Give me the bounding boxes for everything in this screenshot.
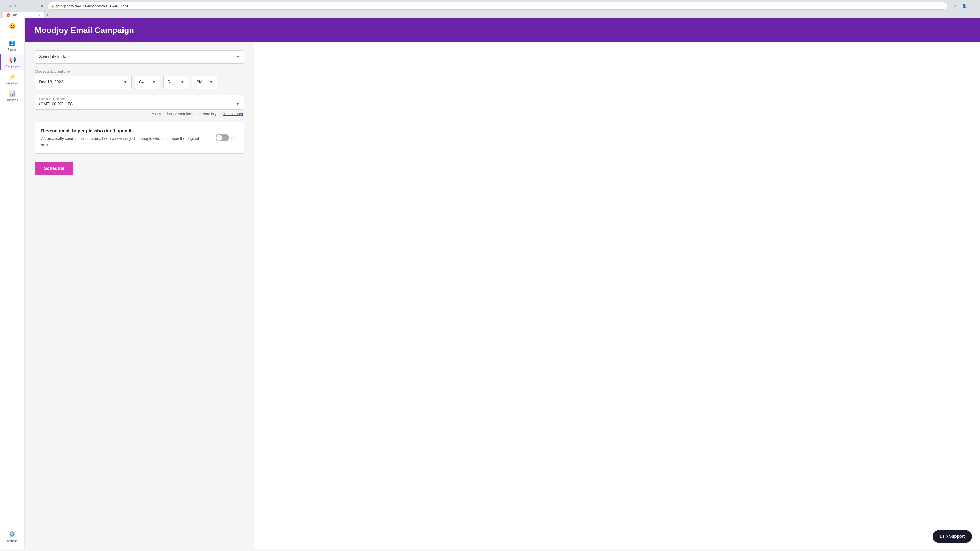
datetime-row: Dec 13, 2023 ▼ 04 ▼ 51 ▼ PM ▼: [35, 76, 244, 89]
sidebar: 😊 👥 People 📢 Campaigns ⚡ Workflows 📊 Ana…: [0, 18, 24, 549]
address-bar[interactable]: 🔒 getdrip.com/7641396/broadcasts/3186746…: [48, 2, 947, 10]
active-tab[interactable]: 🔥 Drip ✕: [3, 12, 44, 18]
people-icon: 👥: [8, 39, 16, 47]
minute-value: 51: [168, 80, 172, 84]
resend-content: Resend email to people who don't open it…: [41, 128, 199, 147]
minute-picker-chevron: ▼: [180, 80, 185, 84]
drip-support-button[interactable]: Drip Support: [932, 530, 972, 543]
schedule-dropdown[interactable]: Schedule for later ▼: [35, 50, 244, 64]
sidebar-item-workflows-label: Workflows: [6, 82, 19, 85]
schedule-button[interactable]: Schedule: [35, 162, 73, 175]
profile-button[interactable]: 👤: [961, 2, 968, 10]
hour-value: 04: [139, 80, 144, 84]
resend-title: Resend email to people who don't open it: [41, 128, 199, 134]
hour-picker-chevron: ▼: [152, 80, 156, 84]
drip-logo-icon: 😊: [7, 21, 18, 32]
analytics-icon: 📊: [8, 90, 16, 97]
schedule-dropdown-chevron: ▼: [236, 55, 240, 59]
timezone-chevron: ▼: [235, 102, 240, 106]
resend-card: Resend email to people who don't open it…: [35, 122, 244, 154]
sidebar-bottom: ⚙️ Settings: [0, 528, 24, 549]
tab-favicon: 🔥: [6, 13, 10, 17]
toggle-container: OFF: [216, 134, 238, 141]
browser-actions: ☆ 👤 ⋮: [951, 2, 977, 10]
ampm-value: PM: [196, 80, 202, 84]
timezone-value: (GMT+00:00) UTC: [39, 102, 73, 106]
sidebar-item-analytics[interactable]: 📊 Analytics: [0, 87, 24, 104]
sidebar-item-settings[interactable]: ⚙️ Settings: [0, 528, 24, 545]
timezone-container: Choose a time zone (GMT+00:00) UTC ▼: [35, 95, 244, 110]
page-header: Moodjoy Email Campaign: [24, 18, 980, 42]
svg-text:😊: 😊: [9, 23, 16, 30]
user-settings-link[interactable]: user settings: [223, 112, 243, 116]
resend-description: Automatically send a duplicate email wit…: [41, 136, 199, 147]
browser-chrome: – □ ✕ ← → ↻ 🔒 getdrip.com/7641396/broadc…: [0, 0, 980, 18]
timezone-section: Choose a time zone (GMT+00:00) UTC ▼ You…: [35, 95, 244, 116]
bookmark-button[interactable]: ☆: [951, 2, 959, 10]
maximize-button[interactable]: □: [8, 4, 12, 8]
datetime-section-label: Choose a date and time: [35, 70, 244, 73]
minute-picker[interactable]: 51 ▼: [163, 76, 189, 89]
timezone-label: Choose a time zone: [35, 95, 244, 101]
sidebar-item-workflows[interactable]: ⚡ Workflows: [0, 70, 24, 87]
tab-title: Drip: [12, 13, 18, 17]
sidebar-logo: 😊: [6, 21, 18, 33]
tab-close-button[interactable]: ✕: [38, 14, 40, 17]
schedule-dropdown-value: Schedule for later: [39, 55, 71, 59]
minimize-button[interactable]: –: [3, 4, 6, 8]
ampm-picker-chevron: ▼: [209, 80, 213, 84]
timezone-note-end: .: [243, 112, 244, 116]
date-picker[interactable]: Dec 13, 2023 ▼: [35, 76, 132, 89]
settings-icon: ⚙️: [8, 530, 16, 538]
timezone-dropdown[interactable]: (GMT+00:00) UTC ▼: [35, 101, 244, 110]
close-button[interactable]: ✕: [13, 4, 17, 8]
sidebar-item-people[interactable]: 👥 People: [0, 37, 24, 54]
sidebar-item-settings-label: Settings: [7, 539, 18, 542]
extensions-button[interactable]: ⋮: [970, 2, 977, 10]
sidebar-item-campaigns[interactable]: 📢 Campaigns: [0, 54, 24, 70]
refresh-button[interactable]: ↻: [38, 2, 45, 10]
ampm-picker[interactable]: PM ▼: [192, 76, 218, 89]
main-content: Moodjoy Email Campaign Schedule for late…: [24, 18, 980, 549]
workflows-icon: ⚡: [8, 73, 16, 81]
date-value: Dec 13, 2023: [39, 80, 63, 84]
url-text: getdrip.com/7641396/broadcasts/318674615…: [56, 4, 128, 8]
toggle-label: OFF: [231, 136, 238, 140]
back-button[interactable]: ←: [20, 2, 27, 10]
page-title: Moodjoy Email Campaign: [35, 25, 970, 35]
sidebar-item-people-label: People: [8, 48, 16, 51]
window-controls: – □ ✕: [3, 4, 17, 8]
content-area: Schedule for later ▼ Choose a date and t…: [24, 42, 254, 549]
date-picker-chevron: ▼: [123, 80, 127, 84]
resend-toggle[interactable]: [216, 134, 229, 141]
forward-button[interactable]: →: [29, 2, 36, 10]
app-container: 😊 👥 People 📢 Campaigns ⚡ Workflows 📊 Ana…: [0, 18, 980, 549]
timezone-note-text: You can change your local time zone in y…: [152, 112, 222, 116]
tab-bar: 🔥 Drip ✕ +: [3, 11, 977, 18]
sidebar-item-analytics-label: Analytics: [6, 98, 18, 102]
lock-icon: 🔒: [51, 4, 54, 8]
new-tab-button[interactable]: +: [44, 11, 51, 18]
datetime-section: Choose a date and time Dec 13, 2023 ▼ 04…: [35, 70, 244, 89]
campaigns-icon: 📢: [9, 56, 16, 64]
hour-picker[interactable]: 04 ▼: [135, 76, 160, 89]
timezone-note: You can change your local time zone in y…: [35, 112, 244, 116]
sidebar-item-campaigns-label: Campaigns: [5, 65, 20, 68]
browser-controls: – □ ✕ ← → ↻ 🔒 getdrip.com/7641396/broadc…: [3, 2, 977, 10]
